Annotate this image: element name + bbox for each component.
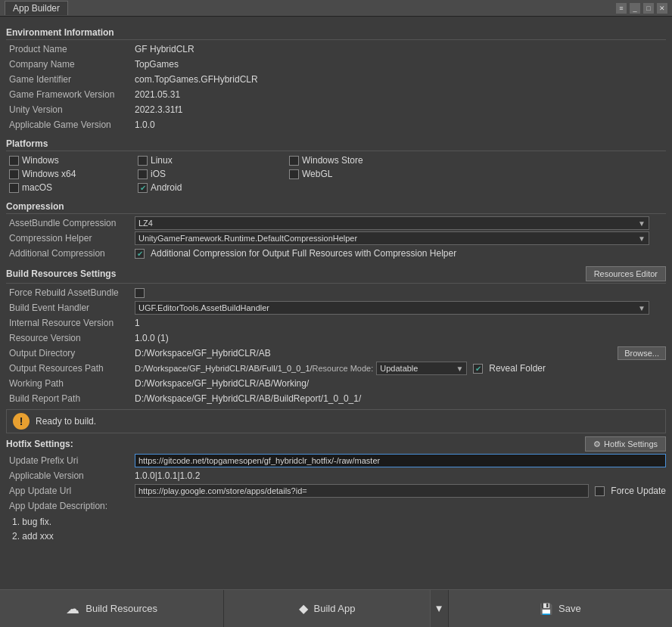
working-path-row: Working Path D:/Workspace/GF_HybridCLR/A… bbox=[6, 376, 666, 391]
build-app-button[interactable]: ◆ Build App bbox=[224, 590, 429, 627]
applicable-version-row: Applicable Version 1.0.0|1.0.1|1.0.2 bbox=[6, 468, 666, 483]
unity-version-value: 2022.3.31f1 bbox=[135, 104, 666, 115]
build-app-dropdown-button[interactable]: ▼ bbox=[430, 590, 448, 627]
force-rebuild-checkbox[interactable] bbox=[135, 288, 145, 298]
output-directory-label: Output Directory bbox=[6, 348, 135, 359]
app-update-url-row: App Update Url Force Update bbox=[6, 483, 666, 498]
ios-label: iOS bbox=[151, 169, 166, 179]
update-prefix-row: Update Prefix Uri bbox=[6, 453, 666, 468]
resource-mode-arrow-icon: ▼ bbox=[456, 365, 463, 373]
title-tab[interactable]: App Builder bbox=[5, 1, 68, 15]
resource-mode-dropdown[interactable]: Updatable ▼ bbox=[376, 362, 467, 375]
platform-webgl[interactable]: WebGL bbox=[286, 168, 666, 180]
compression-helper-label: Compression Helper bbox=[6, 233, 135, 244]
internal-version-label: Internal Resource Version bbox=[6, 318, 135, 328]
resource-mode-container: Resource Mode: Updatable ▼ ✔ Reveal Fold… bbox=[313, 362, 666, 375]
company-name-value: TopGames bbox=[135, 59, 666, 70]
assetbundle-compression-dropdown[interactable]: LZ4 ▼ bbox=[135, 216, 649, 230]
resource-version-value: 1.0.0 (1) bbox=[135, 333, 666, 343]
browse-button[interactable]: Browse... bbox=[618, 346, 666, 360]
save-icon: 💾 bbox=[540, 603, 552, 615]
build-report-label: Build Report Path bbox=[6, 393, 135, 404]
applicable-version-label: Applicable Version bbox=[6, 470, 135, 481]
app-update-desc-value: 1. bug fix. 2. add xxx bbox=[6, 514, 666, 545]
dropdown-arrow-icon: ▼ bbox=[638, 219, 646, 228]
status-icon: ! bbox=[13, 413, 30, 430]
main-content: Environment Information Product Name GF … bbox=[0, 17, 672, 589]
dropdown-arrow2-icon: ▼ bbox=[638, 234, 646, 243]
gf-version-row: Game Framework Version 2021.05.31 bbox=[6, 87, 666, 102]
platform-windows[interactable]: Windows bbox=[6, 154, 135, 166]
status-bar: ! Ready to build. bbox=[6, 409, 666, 433]
reveal-folder-label: Reveal Folder bbox=[489, 363, 546, 374]
build-resources-button[interactable]: ☁ Build Resources bbox=[0, 590, 224, 627]
force-rebuild-row: Force Rebuild AssetBundle bbox=[6, 285, 666, 300]
platforms-header: Platforms bbox=[6, 135, 666, 151]
windows-store-label: Windows Store bbox=[302, 155, 363, 166]
additional-compression-text: Additional Compression for Output Full R… bbox=[151, 248, 456, 259]
resource-version-label: Resource Version bbox=[6, 333, 135, 343]
assetbundle-compression-row: AssetBundle Compression LZ4 ▼ bbox=[6, 216, 666, 231]
reveal-folder-checkbox[interactable]: ✔ bbox=[473, 364, 483, 374]
build-resources-header-row: Build Resources Settings Resources Edito… bbox=[6, 264, 666, 284]
webgl-checkbox[interactable] bbox=[289, 169, 299, 179]
hotfix-settings-button[interactable]: ⚙ Hotfix Settings bbox=[585, 436, 666, 452]
dropdown-arrow3-icon: ▼ bbox=[638, 304, 646, 312]
force-update-row: Force Update bbox=[595, 486, 666, 496]
game-id-row: Game Identifier com.TopGames.GFHybridCLR bbox=[6, 72, 666, 87]
macos-label: macOS bbox=[22, 182, 52, 193]
save-button[interactable]: 💾 Save bbox=[449, 590, 672, 627]
resources-editor-button[interactable]: Resources Editor bbox=[586, 266, 666, 281]
compression-helper-value: UnityGameFramework.Runtime.DefaultCompre… bbox=[138, 234, 357, 243]
update-prefix-input[interactable] bbox=[135, 454, 666, 467]
close-btn[interactable]: ✕ bbox=[657, 3, 667, 14]
assetbundle-compression-value: LZ4 bbox=[138, 219, 153, 228]
build-event-dropdown[interactable]: UGF.EditorTools.AssetBuildHandler ▼ bbox=[135, 301, 649, 315]
platform-macos[interactable]: macOS bbox=[6, 182, 135, 194]
game-id-value: com.TopGames.GFHybridCLR bbox=[135, 74, 666, 85]
build-event-label: Build Event Handler bbox=[6, 303, 135, 313]
platform-windows-store[interactable]: Windows Store bbox=[286, 154, 666, 166]
build-resources-header: Build Resources Settings bbox=[6, 268, 116, 279]
platform-windows-x64[interactable]: Windows x64 bbox=[6, 168, 135, 180]
hotfix-title: Hotfix Settings: bbox=[6, 439, 73, 449]
app-update-url-input[interactable] bbox=[135, 484, 589, 498]
minimize-btn[interactable]: _ bbox=[630, 3, 640, 14]
gf-version-label: Game Framework Version bbox=[6, 89, 135, 100]
platform-linux[interactable]: Linux bbox=[135, 154, 286, 166]
windows-x64-checkbox[interactable] bbox=[9, 169, 19, 179]
compression-helper-row: Compression Helper UnityGameFramework.Ru… bbox=[6, 231, 666, 246]
title-bar: App Builder ≡ _ □ ✕ bbox=[0, 0, 672, 17]
macos-checkbox[interactable] bbox=[9, 183, 19, 193]
maximize-btn[interactable]: □ bbox=[643, 3, 654, 14]
applicable-version-value: 1.0.0|1.0.1|1.0.2 bbox=[135, 470, 666, 481]
compression-helper-dropdown[interactable]: UnityGameFramework.Runtime.DefaultCompre… bbox=[135, 231, 649, 245]
working-path-label: Working Path bbox=[6, 378, 135, 389]
footer: ☁ Build Resources ◆ Build App ▼ 💾 Save bbox=[0, 589, 672, 627]
applicable-game-version-label: Applicable Game Version bbox=[6, 120, 135, 130]
internal-version-value: 1 bbox=[135, 318, 666, 328]
android-checkbox[interactable]: ✔ bbox=[138, 183, 148, 193]
platform-android[interactable]: ✔ Android bbox=[135, 182, 286, 194]
platform-ios[interactable]: iOS bbox=[135, 168, 286, 180]
hotfix-header: Hotfix Settings: ⚙ Hotfix Settings bbox=[6, 436, 666, 452]
resource-mode-label: Resource Mode: bbox=[313, 364, 374, 373]
platforms-grid: Windows Linux Windows Store Windows x64 … bbox=[6, 153, 666, 195]
cloud-icon: ☁ bbox=[66, 601, 79, 617]
build-event-handler-row: Build Event Handler UGF.EditorTools.Asse… bbox=[6, 300, 666, 315]
ios-checkbox[interactable] bbox=[138, 169, 148, 179]
windows-label: Windows bbox=[22, 155, 59, 166]
linux-checkbox[interactable] bbox=[138, 156, 148, 166]
company-name-row: Company Name TopGames bbox=[6, 57, 666, 72]
additional-compression-checkbox[interactable]: ✔ bbox=[135, 249, 145, 259]
output-resources-path-value: D:/Workspace/GF_HybridCLR/AB/Full/1_0_0_… bbox=[135, 364, 313, 373]
windows-store-checkbox[interactable] bbox=[289, 156, 299, 166]
additional-compression-label: Additional Compression bbox=[6, 248, 135, 259]
windows-checkbox[interactable] bbox=[9, 156, 19, 166]
app-update-desc-row: App Update Description: bbox=[6, 498, 666, 514]
force-update-checkbox[interactable] bbox=[595, 486, 605, 496]
menu-btn[interactable]: ≡ bbox=[616, 3, 627, 14]
company-name-label: Company Name bbox=[6, 59, 135, 70]
additional-compression-check-row: ✔ Additional Compression for Output Full… bbox=[135, 248, 456, 259]
gear-icon: ⚙ bbox=[593, 439, 601, 449]
